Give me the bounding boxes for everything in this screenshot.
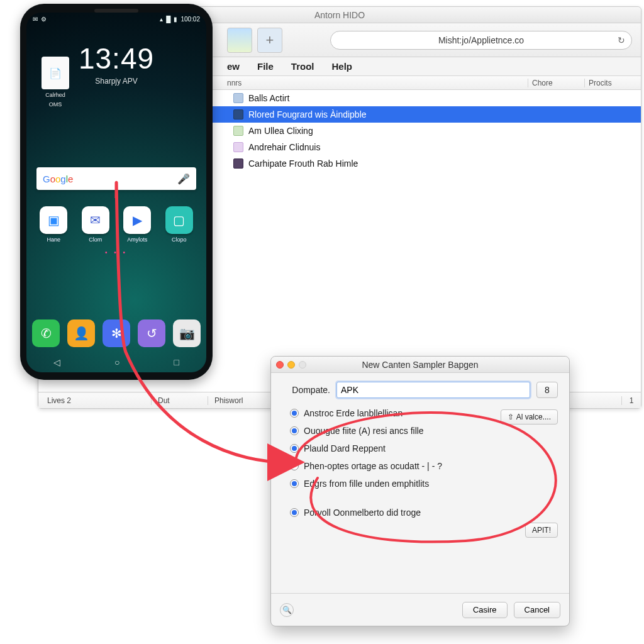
nav-back[interactable]: ◁ (53, 357, 60, 367)
col-procits[interactable]: Procits (584, 79, 641, 87)
url-text: Misht:jo/Applietnce.co (438, 35, 524, 45)
app-grid: ▣Hane ✉Clom ▶Amylots ▢Clopo (35, 206, 197, 243)
app-icon[interactable]: ▶Amylots (119, 206, 156, 243)
option-label: Phen-optes ortage as ocudatt - | - ? (304, 461, 442, 471)
menu-help[interactable]: Help (332, 61, 353, 72)
widget-label-1: Calrhed (45, 92, 65, 99)
al-valce-button[interactable]: ⇧ Al valce.... (501, 409, 558, 425)
reload-icon[interactable]: ↻ (618, 35, 625, 45)
radio-icon[interactable] (290, 426, 299, 435)
ok-button[interactable]: Casire (462, 602, 508, 618)
widget-label-2: OMS (49, 101, 62, 108)
battery-icon: ▮ (174, 16, 177, 23)
option-row[interactable]: Plauld Dard Reppent (290, 443, 558, 453)
item-label: Am Ullea Clixing (248, 126, 313, 136)
notif-icon: ⚙ (41, 16, 47, 23)
radio-icon[interactable] (290, 462, 299, 470)
minimize-icon[interactable] (287, 361, 295, 369)
status-lives: Lives 2 (38, 396, 152, 405)
nav-recent[interactable]: □ (174, 357, 179, 367)
col-chore[interactable]: Chore (528, 79, 584, 87)
dialog-titlebar: New Canten Sampler Bapgen (271, 357, 569, 373)
signal-icon: █ (166, 16, 170, 23)
phone-screen: ✉ ⚙ ▴ █ ▮ 100:02 📄 Calrhed OMS 13:49 Sha… (26, 13, 206, 372)
cancel-button[interactable]: Cancel (514, 602, 560, 618)
item-label: Rlored Fougrard wis Àindipble (248, 109, 367, 119)
app-label: Clom (89, 236, 102, 243)
zoom-icon[interactable] (299, 361, 306, 369)
btn-label: APIT! (532, 526, 551, 535)
radio-icon[interactable] (290, 444, 299, 453)
menu-tool[interactable]: Trool (291, 61, 314, 72)
app-label: Hane (47, 236, 60, 243)
clock-sub: Sharpjy APV (26, 77, 206, 86)
option-label: Plauld Dard Reppent (304, 443, 386, 453)
option-label: Edgrs from fille unden emphitlits (304, 479, 429, 489)
option-label: Anstroc Erde lanbllellican (304, 408, 402, 418)
options-group: Anstroc Erde lanbllellican Ouougue fiite… (290, 408, 558, 518)
google-logo: Google (43, 174, 73, 184)
dialog-footer: 🔍 Casire Cancel (271, 593, 569, 626)
stepper-value: 8 (545, 385, 550, 395)
nav-home[interactable]: ○ (114, 357, 119, 367)
option-row[interactable]: Ouougue fiite (A) resi ancs fille (290, 426, 558, 436)
dock-camera-icon[interactable]: 📷 (173, 319, 201, 347)
dialog-window: New Canten Sampler Bapgen Dompate. 8 ⇧ A… (270, 356, 570, 626)
dock-app-icon[interactable]: ✻ (103, 319, 130, 347)
dock-phone-icon[interactable]: ✆ (32, 319, 60, 347)
close-icon[interactable] (276, 361, 284, 369)
stepper[interactable]: 8 (536, 382, 558, 398)
app-label: Clopo (172, 236, 187, 243)
window-title: Antorn HIDO (314, 10, 365, 20)
status-time: 100:02 (180, 16, 200, 23)
template-field-row: Dompate. 8 (282, 382, 558, 398)
option-label: Porvoll Oonmelberto did troge (304, 508, 421, 518)
search-icon[interactable]: 🔍 (280, 603, 294, 617)
phone-device: ✉ ⚙ ▴ █ ▮ 100:02 📄 Calrhed OMS 13:49 Sha… (20, 4, 213, 380)
plus-icon: + (266, 32, 274, 48)
option-row[interactable]: Edgrs from fille unden emphitlits (290, 479, 558, 489)
apit-button[interactable]: APIT! (525, 523, 558, 538)
item-icon (233, 126, 243, 136)
dock-restore-icon[interactable]: ↺ (138, 319, 165, 347)
toolbar-thumb-1[interactable] (227, 28, 252, 53)
dialog-body: Dompate. 8 ⇧ Al valce.... Anstroc Erde l… (271, 373, 569, 593)
app-icon[interactable]: ▢Clopo (161, 206, 198, 243)
app-icon[interactable]: ▣Hane (35, 206, 72, 243)
status-count: 1 (622, 396, 641, 405)
template-input[interactable] (336, 382, 530, 398)
option-row[interactable]: Porvoll Oonmelberto did troge (290, 508, 558, 518)
item-icon (233, 93, 243, 103)
phone-statusbar: ✉ ⚙ ▴ █ ▮ 100:02 (26, 13, 206, 25)
dialog-title: New Canten Sampler Bapgen (362, 360, 478, 370)
radio-icon[interactable] (290, 409, 299, 418)
item-label: Andrehair Clidnuis (248, 142, 320, 152)
btn-label: Al valce.... (516, 413, 551, 421)
google-search-bar[interactable]: Google 🎤 (36, 167, 196, 190)
option-row[interactable]: Phen-optes ortage as ocudatt - | - ? (290, 461, 558, 471)
up-arrow-icon: ⇧ (508, 413, 514, 421)
item-icon (233, 142, 243, 152)
notif-icon: ✉ (33, 16, 38, 23)
radio-icon[interactable] (290, 479, 299, 488)
item-label: Balls Actirt (248, 93, 289, 103)
dock-contacts-icon[interactable]: 👤 (67, 319, 95, 347)
item-icon (233, 158, 243, 169)
menu-file[interactable]: File (257, 61, 274, 72)
item-label: Carhipate Frouth Rab Himle (248, 158, 358, 169)
toolbar-thumb-add[interactable]: + (257, 28, 282, 53)
wifi-icon: ▴ (160, 16, 163, 23)
app-label: Amylots (127, 236, 147, 243)
option-label: Ouougue fiite (A) resi ancs fille (304, 426, 424, 436)
item-icon (233, 109, 243, 119)
traffic-lights (276, 361, 306, 369)
mic-icon[interactable]: 🎤 (177, 173, 190, 185)
radio-icon[interactable] (290, 508, 299, 517)
android-navbar: ◁ ○ □ (26, 357, 206, 367)
app-icon[interactable]: ✉Clom (77, 206, 114, 243)
url-field[interactable]: Misht:jo/Applietnce.co ↻ (330, 31, 632, 50)
phone-dock: ✆ 👤 ✻ ↺ 📷 (26, 319, 206, 347)
menu-view[interactable]: ew (227, 61, 240, 72)
field-label: Dompate. (282, 385, 330, 395)
status-dut: Dut (152, 396, 208, 405)
